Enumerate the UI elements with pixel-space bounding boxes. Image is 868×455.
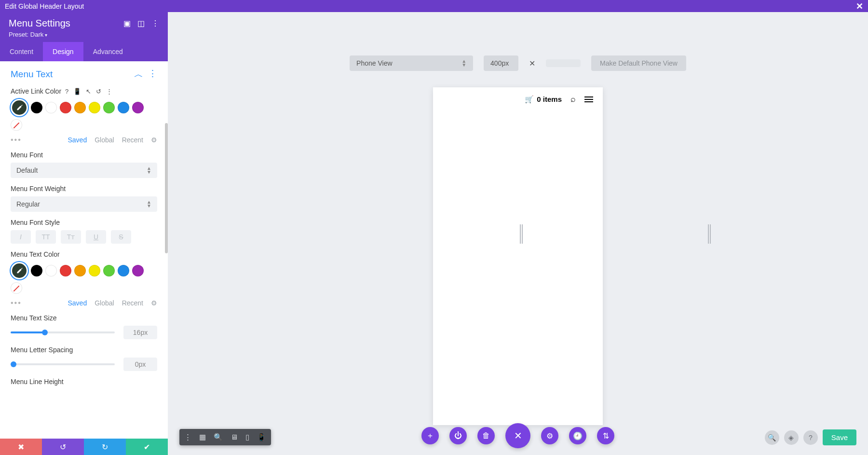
swatch-blue[interactable] (118, 265, 129, 276)
save-button[interactable]: Save (823, 429, 856, 445)
cart-link[interactable]: 🛒 0 items (525, 95, 562, 104)
resize-handle-right[interactable] (708, 224, 712, 244)
search-button[interactable]: 🔍 (765, 430, 779, 445)
swatch-purple[interactable] (132, 102, 144, 113)
close-icon[interactable]: ✕ (856, 1, 863, 12)
expand-icon[interactable]: ▣ (123, 19, 131, 28)
palette-gear-icon[interactable]: ⚙ (151, 299, 157, 307)
palette-global[interactable]: Global (95, 136, 114, 144)
phone-icon[interactable]: 📱 (73, 88, 81, 95)
search-icon[interactable]: ⌕ (570, 94, 576, 104)
close-actions-button[interactable]: ✕ (505, 423, 530, 448)
swatch-red[interactable] (60, 102, 71, 113)
settings-button[interactable]: ⚙ (541, 427, 558, 444)
more-icon[interactable]: ⋮ (106, 88, 112, 95)
swatch-red[interactable] (60, 265, 71, 276)
swatch-purple[interactable] (132, 265, 144, 276)
swatch-white[interactable] (45, 265, 57, 276)
help-icon[interactable]: ? (65, 88, 68, 95)
cart-count: 0 items (537, 95, 562, 103)
transfer-button[interactable]: ⇅ (597, 427, 614, 444)
letter-spacing-value[interactable]: 0px (123, 358, 157, 371)
height-input[interactable] (546, 59, 581, 67)
redo-button[interactable]: ↻ (84, 439, 126, 455)
wireframe-icon[interactable]: ▦ (199, 433, 206, 441)
style-smallcaps[interactable]: Tᴛ (61, 230, 81, 244)
palette-global[interactable]: Global (95, 299, 114, 307)
multiply-icon: ✕ (529, 59, 535, 68)
resize-handle-left[interactable] (520, 224, 524, 244)
swatch-yellow[interactable] (89, 265, 100, 276)
app-title: Edit Global Header Layout (5, 2, 84, 10)
style-italic[interactable]: I (11, 230, 31, 244)
select-arrows-icon: ▲▼ (461, 59, 466, 67)
menu-font-value: Default (16, 166, 38, 174)
menu-weight-select[interactable]: Regular ▲▼ (11, 196, 157, 212)
columns-icon[interactable]: ◫ (137, 19, 145, 28)
text-size-value[interactable]: 16px (123, 326, 157, 339)
swatch-black[interactable] (31, 102, 42, 113)
view-toolbar: ⋮ ▦ 🔍 🖥 ▯ 📱 (179, 429, 271, 445)
palette-recent[interactable]: Recent (122, 136, 143, 144)
select-arrows-icon: ▲▼ (147, 200, 151, 208)
confirm-button[interactable]: ✔ (126, 439, 168, 455)
style-strike[interactable]: S (111, 230, 131, 244)
more-swatches[interactable]: ••• (11, 136, 22, 144)
make-default-button[interactable]: Make Default Phone View (591, 55, 686, 71)
style-underline[interactable]: U (86, 230, 106, 244)
palette-gear-icon[interactable]: ⚙ (151, 136, 157, 144)
swatch-none[interactable] (11, 119, 22, 131)
swatch-none[interactable] (11, 282, 22, 294)
swatch-blue[interactable] (118, 102, 129, 113)
label-letter-spacing: Menu Letter Spacing (11, 346, 73, 354)
swatch-green[interactable] (103, 265, 115, 276)
panel-title: Menu Settings (9, 18, 70, 29)
hamburger-icon[interactable] (584, 97, 593, 102)
delete-button[interactable]: 🗑 (477, 427, 495, 444)
text-size-slider[interactable] (11, 331, 115, 333)
palette-saved[interactable]: Saved (68, 136, 87, 144)
swatch-green[interactable] (103, 102, 115, 113)
layers-button[interactable]: ◈ (784, 430, 799, 445)
chevron-up-icon[interactable]: ︿ (134, 68, 143, 81)
power-button[interactable]: ⏻ (449, 427, 467, 444)
menu-font-select[interactable]: Default ▲▼ (11, 163, 157, 178)
zoom-icon[interactable]: 🔍 (214, 433, 223, 441)
hover-icon[interactable]: ↖ (86, 88, 91, 95)
tablet-icon[interactable]: ▯ (245, 433, 249, 441)
swatch-yellow[interactable] (89, 102, 100, 113)
section-kebab-icon[interactable]: ⋮ (148, 68, 157, 81)
reset-icon[interactable]: ↺ (96, 88, 101, 95)
tab-content[interactable]: Content (0, 42, 43, 61)
swatch-orange[interactable] (74, 265, 86, 276)
preset-dropdown[interactable]: Preset: Dark (9, 31, 159, 38)
swatch-black[interactable] (31, 265, 42, 276)
swatch-current[interactable] (11, 262, 28, 279)
style-uppercase[interactable]: TT (36, 230, 56, 244)
more-swatches[interactable]: ••• (11, 299, 22, 307)
help-button[interactable]: ? (803, 430, 818, 445)
swatch-orange[interactable] (74, 102, 86, 113)
swatch-current[interactable] (11, 99, 28, 116)
section-header[interactable]: Menu Text (11, 69, 53, 80)
palette-recent[interactable]: Recent (122, 299, 143, 307)
view-select[interactable]: Phone View ▲▼ (350, 55, 473, 71)
letter-spacing-slider[interactable] (11, 363, 115, 365)
label-line-height: Menu Line Height (11, 378, 64, 386)
tab-design[interactable]: Design (43, 42, 83, 61)
kebab-icon[interactable]: ⋮ (151, 19, 159, 28)
desktop-icon[interactable]: 🖥 (231, 433, 238, 441)
undo-button[interactable]: ↺ (42, 439, 84, 455)
swatch-white[interactable] (45, 102, 57, 113)
width-input[interactable]: 400px (484, 55, 518, 71)
add-button[interactable]: ＋ (421, 427, 439, 444)
toolbar-kebab-icon[interactable]: ⋮ (184, 433, 191, 441)
history-button[interactable]: 🕘 (569, 427, 586, 444)
palette-saved[interactable]: Saved (68, 299, 87, 307)
tab-advanced[interactable]: Advanced (83, 42, 133, 61)
cart-icon: 🛒 (525, 95, 534, 104)
phone-icon[interactable]: 📱 (257, 433, 266, 441)
eyedropper-icon (15, 266, 24, 275)
view-label: Phone View (356, 59, 392, 67)
discard-button[interactable]: ✖ (0, 439, 42, 455)
